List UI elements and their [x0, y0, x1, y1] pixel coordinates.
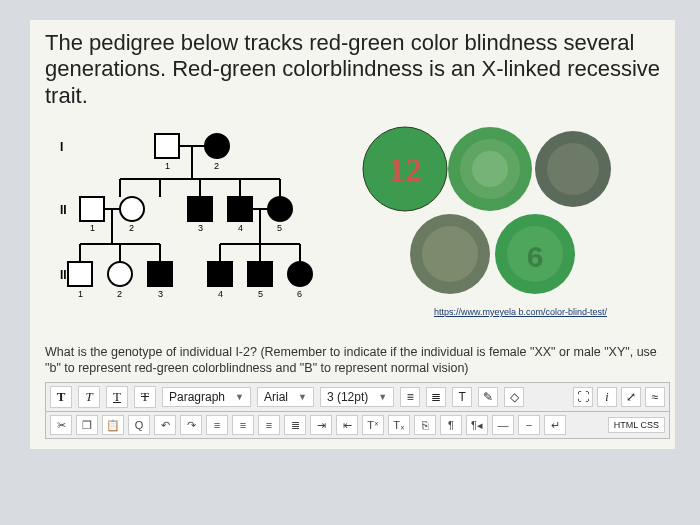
svg-rect-30: [68, 262, 92, 286]
svg-rect-0: [155, 134, 179, 158]
intro-text: The pedigree below tracks red-green colo…: [45, 30, 670, 109]
svg-text:2: 2: [129, 223, 134, 233]
plates-caption[interactable]: https://www.myeyela b.com/color-blind-te…: [355, 307, 615, 317]
anchor-button[interactable]: ↵: [544, 415, 566, 435]
svg-point-55: [422, 226, 478, 282]
svg-rect-19: [228, 197, 252, 221]
svg-text:1: 1: [90, 223, 95, 233]
collapse-button[interactable]: ≈: [645, 387, 665, 407]
chevron-down-icon: ▼: [235, 392, 244, 402]
find-button[interactable]: Q: [128, 415, 150, 435]
svg-point-32: [108, 262, 132, 286]
hr-button[interactable]: —: [492, 415, 514, 435]
svg-text:6: 6: [527, 240, 544, 273]
html-css-button[interactable]: HTML CSS: [608, 417, 665, 433]
align-right-button[interactable]: ≡: [258, 415, 280, 435]
clear-format-button[interactable]: ◇: [504, 387, 524, 407]
link-button[interactable]: ⎘: [414, 415, 436, 435]
content-row: I 1 2 II 1: [45, 119, 670, 333]
svg-rect-12: [80, 197, 104, 221]
help-button[interactable]: i: [597, 387, 617, 407]
text-color-button[interactable]: T: [452, 387, 472, 407]
underline-button[interactable]: T: [106, 386, 128, 408]
subscript-button[interactable]: Tₓ: [388, 415, 410, 435]
svg-text:2: 2: [117, 289, 122, 299]
ishihara-plates: 12 6 https://www.myeyela b.com/color-bli…: [355, 119, 615, 317]
pedigree-chart: I 1 2 II 1: [45, 119, 345, 333]
highlight-button[interactable]: ✎: [478, 387, 498, 407]
paste-button[interactable]: 📋: [102, 415, 124, 435]
svg-text:2: 2: [214, 161, 219, 171]
rte-toolbar-1: T T T T Paragraph ▼ Arial ▼ 3 (12pt) ▼ ≡…: [45, 382, 670, 412]
redo-button[interactable]: ↷: [180, 415, 202, 435]
svg-rect-40: [208, 262, 232, 286]
svg-rect-42: [248, 262, 272, 286]
copy-button[interactable]: ❐: [76, 415, 98, 435]
svg-text:1: 1: [78, 289, 83, 299]
gen-label-2: II: [60, 203, 67, 217]
rte-toolbar-2: ✂ ❐ 📋 Q ↶ ↷ ≡ ≡ ≡ ≣ ⇥ ⇤ Tˣ Tₓ ⎘ ¶ ¶◂ — −…: [45, 412, 670, 439]
size-select[interactable]: 3 (12pt) ▼: [320, 387, 394, 407]
chevron-down-icon: ▼: [378, 392, 387, 402]
paragraph-select[interactable]: Paragraph ▼: [162, 387, 251, 407]
svg-point-3: [205, 134, 229, 158]
svg-rect-34: [148, 262, 172, 286]
svg-text:3: 3: [198, 223, 203, 233]
remove-button[interactable]: −: [518, 415, 540, 435]
svg-rect-17: [188, 197, 212, 221]
svg-text:6: 6: [297, 289, 302, 299]
svg-point-22: [268, 197, 292, 221]
fullscreen-button[interactable]: ⛶: [573, 387, 593, 407]
align-justify-button[interactable]: ≣: [284, 415, 306, 435]
svg-text:12: 12: [388, 151, 422, 188]
svg-text:3: 3: [158, 289, 163, 299]
cut-button[interactable]: ✂: [50, 415, 72, 435]
chevron-down-icon: ▼: [298, 392, 307, 402]
svg-text:1: 1: [165, 161, 170, 171]
font-select[interactable]: Arial ▼: [257, 387, 314, 407]
svg-point-51: [472, 151, 508, 187]
superscript-button[interactable]: Tˣ: [362, 415, 384, 435]
align-left-button[interactable]: ≡: [206, 415, 228, 435]
rtl-button[interactable]: ¶◂: [466, 415, 488, 435]
svg-text:5: 5: [277, 223, 282, 233]
italic-button[interactable]: T: [78, 386, 100, 408]
svg-text:4: 4: [238, 223, 243, 233]
svg-text:4: 4: [218, 289, 223, 299]
bold-button[interactable]: T: [50, 386, 72, 408]
svg-text:5: 5: [258, 289, 263, 299]
paragraph-label: Paragraph: [169, 390, 225, 404]
bullet-list-button[interactable]: ≡: [400, 387, 420, 407]
svg-point-53: [547, 143, 599, 195]
size-label: 3 (12pt): [327, 390, 368, 404]
svg-point-44: [288, 262, 312, 286]
align-center-button[interactable]: ≡: [232, 415, 254, 435]
expand-button[interactable]: ⤢: [621, 387, 641, 407]
ltr-button[interactable]: ¶: [440, 415, 462, 435]
outdent-button[interactable]: ⇤: [336, 415, 358, 435]
indent-button[interactable]: ⇥: [310, 415, 332, 435]
number-list-button[interactable]: ≣: [426, 387, 446, 407]
svg-point-15: [120, 197, 144, 221]
font-label: Arial: [264, 390, 288, 404]
question-text: What is the genotype of individual I-2? …: [45, 345, 670, 376]
gen-label-1: I: [60, 140, 63, 154]
page-content: The pedigree below tracks red-green colo…: [30, 20, 675, 449]
strike-button[interactable]: T: [134, 386, 156, 408]
undo-button[interactable]: ↶: [154, 415, 176, 435]
